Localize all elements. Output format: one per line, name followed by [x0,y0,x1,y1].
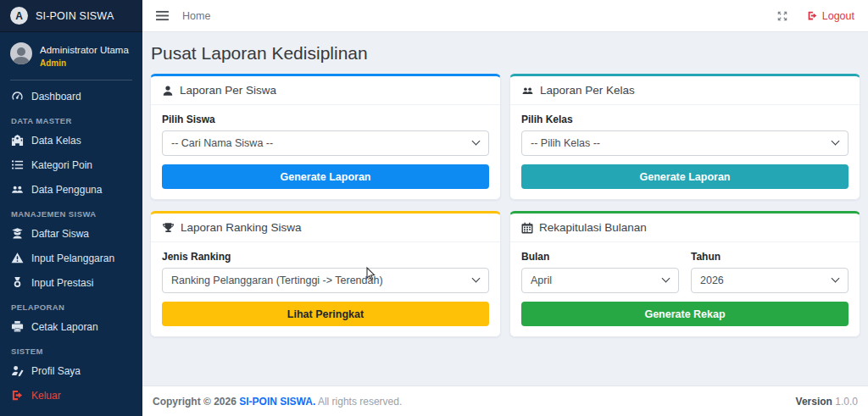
sidebar-item-label: Cetak Laporan [31,321,98,333]
sidebar-section-data-master: DATA MASTER [0,108,142,128]
footer-copyright: Copyright © 2026 SI-POIN SISWA. All righ… [153,396,402,408]
topbar: Home Logout [142,0,868,32]
pilih-kelas-label: Pilih Kelas [521,114,849,125]
rights-text: All rights reserved. [318,396,402,408]
sidebar-section-pelaporan: PELAPORAN [0,295,142,314]
sidebar-item-label: Data Pengguna [31,184,102,196]
card-title: Rekapitulasi Bulanan [539,221,647,234]
sidebar-item-dashboard[interactable]: Dashboard [0,84,142,108]
logout-label: Logout [822,10,854,22]
generate-laporan-siswa-button[interactable]: Generate Laporan [162,164,489,189]
card-header: Laporan Per Kelas [510,76,860,105]
sidebar-item-profil-saya[interactable]: Profil Saya [0,358,142,383]
generate-laporan-kelas-button[interactable]: Generate Laporan [521,164,849,189]
avatar [10,42,32,64]
sidebar-item-label: Kategori Poin [31,159,92,171]
pilih-siswa-select[interactable]: -- Cari Nama Siswa -- [162,130,489,156]
sidebar-toggle-button[interactable] [156,10,169,21]
nav-home-link[interactable]: Home [182,10,210,22]
card-laporan-per-siswa: Laporan Per Siswa Pilih Siswa -- Cari Na… [150,74,501,200]
tahun-select[interactable]: 2026 [691,268,849,293]
sidebar-item-label: Keluar [31,390,61,402]
sidebar-divider [10,80,132,80]
jenis-ranking-select[interactable]: Ranking Pelanggaran (Tertinggi -> Terend… [162,268,489,293]
card-title: Laporan Per Kelas [540,84,635,97]
sidebar-item-input-pelanggaran[interactable]: Input Pelanggaran [0,246,142,270]
user-graduate-icon [11,227,24,240]
exclamation-triangle-icon [11,252,24,264]
page-title: Pusat Laporan Kedisiplinan [151,43,860,64]
user-profile: Administrator Utama Admin [0,32,142,73]
card-header: Laporan Ranking Siswa [151,214,500,242]
users-icon [11,183,24,196]
tahun-label: Tahun [691,251,849,263]
list-icon [11,158,24,171]
lihat-peringkat-button[interactable]: Lihat Peringkat [162,302,489,326]
footer-version: Version 1.0.0 [796,396,858,408]
sidebar-section-sistem: SISTEM [0,339,142,358]
sidebar-item-label: Input Pelanggaran [31,252,114,264]
generate-rekap-button[interactable]: Generate Rekap [521,302,849,326]
sidebar-item-daftar-siswa[interactable]: Daftar Siswa [0,221,142,246]
school-icon [11,134,24,147]
calendar-icon [521,222,533,234]
user-edit-icon [11,364,24,377]
card-header: Laporan Per Siswa [151,76,500,105]
sidebar-item-kategori-poin[interactable]: Kategori Poin [0,153,142,177]
pilih-kelas-select[interactable]: -- Pilih Kelas -- [521,130,849,156]
medal-icon [11,276,24,289]
copyright-text: Copyright © 2026 [153,396,236,408]
sidebar-item-keluar[interactable]: Keluar [0,383,142,408]
app-title: SI-POIN SISWA [36,10,114,22]
sidebar-item-input-prestasi[interactable]: Input Prestasi [0,270,142,295]
bulan-select[interactable]: April [521,268,679,293]
footer-brand-link[interactable]: SI-POIN SISWA. [239,396,315,408]
sidebar-item-label: Input Prestasi [31,277,93,289]
brand[interactable]: A SI-POIN SISWA [0,0,142,32]
sidebar-item-label: Dashboard [31,91,81,103]
card-header: Rekapitulasi Bulanan [510,214,860,242]
sidebar-section-manajemen-siswa: MANAJEMEN SISWA [0,202,142,221]
trophy-icon [162,222,175,234]
bulan-label: Bulan [521,251,679,263]
footer: Copyright © 2026 SI-POIN SISWA. All righ… [142,385,868,416]
card-title: Laporan Ranking Siswa [181,221,302,234]
pilih-siswa-label: Pilih Siswa [162,114,489,125]
print-icon [11,320,24,333]
version-label: Version [796,396,832,408]
sidebar-item-label: Daftar Siswa [31,228,89,240]
user-icon [162,85,174,97]
logout-button[interactable]: Logout [807,10,854,22]
card-laporan-ranking-siswa: Laporan Ranking Siswa Jenis Ranking Rank… [150,211,501,337]
card-title: Laporan Per Siswa [180,84,276,97]
users-icon [521,85,534,97]
sidebar-item-data-kelas[interactable]: Data Kelas [0,128,142,153]
sidebar-item-label: Data Kelas [31,135,81,147]
fullscreen-toggle-button[interactable] [776,10,788,22]
card-rekapitulasi-bulanan: Rekapitulasi Bulanan Bulan April Tahun [509,211,860,337]
card-laporan-per-kelas: Laporan Per Kelas Pilih Kelas -- Pilih K… [509,74,860,200]
content: Pusat Laporan Kedisiplinan Laporan Per S… [142,32,868,385]
sidebar-item-label: Profil Saya [31,365,81,377]
main-area: Home Logout Pusat Laporan Kedisiplinan L… [142,0,868,416]
jenis-ranking-label: Jenis Ranking [162,251,489,263]
version-value: 1.0.0 [835,396,858,408]
sidebar-item-data-pengguna[interactable]: Data Pengguna [0,177,142,202]
user-name: Administrator Utama [40,42,129,55]
tachometer-icon [11,90,24,103]
sign-out-icon [11,389,24,402]
app-logo-icon: A [10,7,28,25]
sidebar: A SI-POIN SISWA Administrator Utama Admi… [0,0,142,416]
user-role-badge: Admin [40,58,129,68]
sidebar-item-cetak-laporan[interactable]: Cetak Laporan [0,314,142,339]
sign-out-icon [807,10,818,21]
